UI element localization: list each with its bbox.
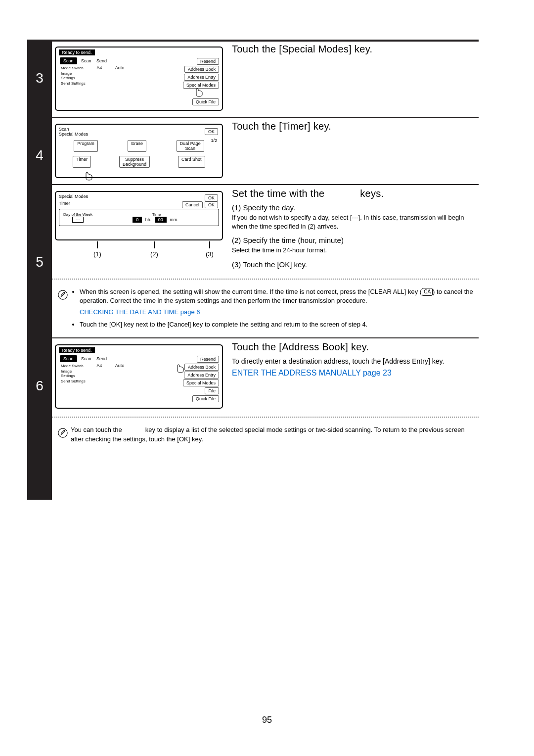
status-label: Ready to send. [59, 347, 95, 353]
enter-address-manually-link[interactable]: ENTER THE ADDRESS MANUALLY page 23 [232, 369, 392, 377]
step5-title-a: Set the time with the [232, 188, 325, 199]
address-entry-button[interactable]: Address Entry [184, 372, 219, 378]
image-settings-label: Image Settings [61, 369, 75, 378]
day-value-field[interactable]: --- [72, 217, 84, 223]
step-number-3: 3 [27, 41, 52, 118]
sub3-head: (3) Touch the [OK] key. [232, 260, 479, 269]
scan-tab: Scan [81, 58, 91, 63]
step-number-5: 5 [27, 185, 52, 338]
auto-label: Auto [115, 65, 125, 70]
sub1-head: (1) Specify the day. [232, 203, 479, 212]
cancel-button[interactable]: Cancel [182, 201, 203, 208]
note-step6: You can touch the key to display a list … [55, 423, 479, 449]
quick-file-button[interactable]: Quick File [192, 98, 219, 105]
page-number: 95 [0, 715, 534, 725]
a4-label: A4 [96, 65, 102, 70]
scan-tab: Scan [81, 356, 91, 361]
ui-screenshot-step6: Ready to send. Scan Scan Send M [55, 344, 223, 409]
cue-2: (2) [150, 250, 158, 258]
svg-point-0 [58, 290, 67, 299]
address-book-button[interactable]: Address Book [184, 364, 219, 371]
send-tab: Send [96, 58, 107, 63]
dashed-separator [52, 279, 479, 280]
pencil-note-icon [57, 289, 68, 300]
program-button[interactable]: Program [74, 140, 98, 152]
step5-title: Set the time with the keys. [232, 188, 479, 199]
step-3: 3 Ready to send. Scan Scan Send [27, 41, 479, 118]
card-shot-button[interactable]: Card Shot [178, 156, 205, 168]
step-number-4: 4 [27, 118, 52, 185]
ui-screenshot-step5: Special Modes OK Timer OK Cancel Day of … [55, 191, 223, 240]
step4-title: Touch the [Timer] key. [232, 121, 479, 132]
dashed-separator [52, 417, 479, 418]
sub2-desc: Select the time in 24-hour format. [232, 246, 479, 255]
hour-value-field[interactable]: 0 [133, 217, 142, 223]
auto-label: Auto [115, 363, 125, 368]
step5-title-b: keys. [360, 188, 384, 199]
step-6: 6 Ready to send. Scan Scan Send [27, 338, 479, 452]
note-step5: When this screen is opened, the setting … [55, 284, 479, 334]
quick-file-button[interactable]: Quick File [192, 395, 219, 402]
send-settings-label: Send Settings [61, 379, 86, 383]
note6-a: You can touch the [71, 426, 122, 433]
sub2-head: (2) Specify the time (hour, minute) [232, 236, 479, 244]
cue-1: (1) [93, 250, 101, 258]
send-settings-label: Send Settings [61, 81, 86, 86]
note1-a: When this screen is opened, the setting … [80, 288, 422, 295]
ui-screenshot-step3: Ready to send. Scan Scan Send Mode Switc… [55, 47, 223, 111]
resend-button[interactable]: Resend [197, 356, 219, 363]
a4-label: A4 [96, 363, 102, 368]
note2: Touch the [OK] key next to the [Cancel] … [80, 321, 367, 328]
ok-button-outer[interactable]: OK [205, 194, 218, 201]
mm-label: mm. [170, 217, 178, 222]
scan-button[interactable]: Scan [60, 355, 77, 362]
resend-button[interactable]: Resend [197, 58, 219, 65]
step3-title: Touch the [Special Modes] key. [232, 44, 479, 55]
ca-key: CA [422, 288, 433, 296]
ui-screenshot-step4: Scan Special Modes OK 1/2 Program Erase … [55, 124, 223, 178]
hand-pointer-icon [193, 88, 204, 97]
address-entry-button[interactable]: Address Entry [184, 74, 219, 81]
svg-point-1 [58, 428, 67, 437]
minute-value-field[interactable]: 00 [155, 217, 167, 223]
ok-button-inner[interactable]: OK [205, 201, 218, 208]
page-counter: 1/2 [211, 138, 217, 143]
hh-label: hh. [145, 217, 152, 222]
checking-date-time-link[interactable]: CHECKING THE DATE AND TIME page 6 [80, 308, 200, 316]
erase-button[interactable]: Erase [128, 140, 146, 152]
address-book-button[interactable]: Address Book [184, 66, 219, 73]
day-of-week-label: Day of the Week [63, 212, 92, 217]
image-settings-label: Image Settings [61, 71, 75, 80]
sub1-desc: If you do not wish to specify a day, sel… [232, 213, 479, 231]
step-4: 4 Scan Special Modes OK 1/2 Program Eras… [27, 118, 479, 185]
timer-label: Timer [59, 201, 70, 206]
time-label: Time [98, 212, 215, 217]
step6-desc: To directly enter a destination address,… [232, 357, 479, 367]
status-label: Ready to send. [59, 49, 95, 55]
send-tab: Send [96, 356, 107, 361]
step-number-6: 6 [27, 338, 52, 452]
suppress-bg-button[interactable]: Suppress Background [119, 156, 150, 168]
pencil-note-icon [57, 427, 68, 438]
mode-switch-label: Mode Switch [61, 66, 84, 70]
dual-page-scan-button[interactable]: Dual Page Scan [177, 140, 204, 152]
hand-pointer-icon [175, 364, 185, 374]
scan-button[interactable]: Scan [60, 57, 77, 64]
timer-button[interactable]: Timer [73, 156, 91, 168]
step-5: 5 Special Modes OK Timer OK Cancel [27, 185, 479, 338]
cue-3: (3) [206, 250, 214, 258]
file-button[interactable]: File [205, 387, 219, 394]
hand-pointer-icon [83, 171, 94, 181]
note6-b: key to display a list of the selected sp… [71, 426, 465, 443]
mode-switch-label: Mode Switch [61, 364, 84, 368]
breadcrumb-label: Special Modes [59, 194, 88, 199]
special-modes-button[interactable]: Special Modes [183, 379, 219, 386]
step6-title: Touch the [Address Book] key. [232, 341, 479, 353]
breadcrumb-label: Scan Special Modes [59, 127, 219, 137]
ok-button[interactable]: OK [205, 128, 218, 135]
